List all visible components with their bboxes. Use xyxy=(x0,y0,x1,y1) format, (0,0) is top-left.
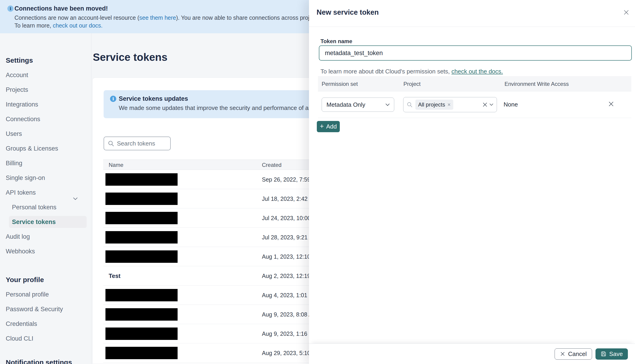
sidebar-spacer xyxy=(0,346,91,355)
sidebar-item-label: Password & Security xyxy=(6,306,63,312)
sidebar-spacer xyxy=(0,259,91,272)
sidebar-item-projects[interactable]: Projects xyxy=(0,82,91,97)
add-permission-button[interactable]: + Add xyxy=(317,121,340,132)
info-icon: i xyxy=(7,6,14,12)
sidebar-item-billing[interactable]: Billing xyxy=(0,156,91,170)
sidebar-heading-settings: Settings xyxy=(0,53,91,68)
sidebar-item-service-tokens[interactable]: Service tokens xyxy=(9,216,87,228)
search-icon xyxy=(407,102,413,108)
sidebar-item-label: Service tokens xyxy=(12,218,56,226)
redacted-token-name xyxy=(105,308,178,320)
chip-remove-icon[interactable]: × xyxy=(447,102,451,108)
info-icon: i xyxy=(110,96,116,102)
sidebar-item-label: Projects xyxy=(6,86,28,93)
sidebar-item-audit-log[interactable]: Audit log xyxy=(0,229,91,244)
chevron-down-icon xyxy=(385,103,390,106)
env-write-access-value: None xyxy=(504,101,518,108)
settings-sidebar: SettingsAccountProjectsIntegrationsConne… xyxy=(0,33,91,364)
sidebar-item-label: Audit log xyxy=(6,233,30,240)
updates-title: Service tokens updates xyxy=(119,95,188,102)
close-icon[interactable] xyxy=(622,9,630,16)
redacted-token-name xyxy=(105,347,178,359)
app-window: i Connections have been moved! Connectio… xyxy=(0,0,635,364)
sidebar-item-connections[interactable]: Connections xyxy=(0,112,91,126)
see-them-here-link[interactable]: see them here xyxy=(139,14,176,21)
page-title: Service tokens xyxy=(93,51,167,63)
sidebar-item-label: Integrations xyxy=(6,101,38,108)
sidebar-item-label: Connections xyxy=(6,116,40,122)
permission-set-value: Metadata Only xyxy=(327,101,385,108)
search-tokens-box xyxy=(104,136,171,150)
sidebar-item-groups-licenses[interactable]: Groups & Licenses xyxy=(0,141,91,156)
token-name-cell: Test xyxy=(109,272,121,280)
plus-icon: + xyxy=(320,123,324,130)
panel-header: New service token xyxy=(309,0,635,27)
new-service-token-panel: New service token Token name To learn mo… xyxy=(309,0,635,364)
close-icon xyxy=(560,351,565,357)
created-column-header: Created xyxy=(262,160,281,170)
check-our-docs-link[interactable]: check out our docs. xyxy=(53,22,103,29)
sidebar-item-label: Webhooks xyxy=(6,248,35,255)
panel-title: New service token xyxy=(316,8,379,16)
permissions-table-header: Permission set Project Environment Write… xyxy=(318,76,631,91)
search-icon xyxy=(108,140,114,147)
sidebar-item-label: Users xyxy=(6,130,22,137)
banner-text: Connections are now an account-level res… xyxy=(15,14,139,21)
search-input[interactable] xyxy=(117,140,165,147)
clear-selection-icon[interactable] xyxy=(482,102,488,108)
sidebar-item-label: Single sign-on xyxy=(6,174,45,181)
banner-text: To learn more, xyxy=(15,22,53,29)
sidebar-item-label: Account xyxy=(6,72,28,78)
sidebar-item-cloud-cli[interactable]: Cloud CLI xyxy=(0,331,91,346)
token-name-label: Token name xyxy=(321,38,352,44)
save-label: Save xyxy=(609,350,623,358)
permission-docs-line: To learn more about dbt Cloud's permissi… xyxy=(321,68,503,75)
sidebar-item-label: Billing xyxy=(6,160,22,166)
permission-set-select[interactable]: Metadata Only xyxy=(322,98,394,112)
redacted-token-name xyxy=(105,173,178,186)
cancel-button[interactable]: Cancel xyxy=(555,348,592,360)
redacted-token-name xyxy=(105,289,178,301)
banner-title: Connections have been moved! xyxy=(15,5,108,12)
sidebar-item-personal-tokens[interactable]: Personal tokens xyxy=(0,200,91,214)
chevron-down-icon[interactable] xyxy=(489,103,493,106)
sidebar-item-label: Groups & Licenses xyxy=(6,145,58,152)
sidebar-item-label: Credentials xyxy=(6,320,37,327)
chip-label: All projects xyxy=(418,102,445,108)
project-multiselect[interactable]: All projects × xyxy=(403,97,497,112)
sidebar-item-single-sign-on[interactable]: Single sign-on xyxy=(0,170,91,185)
save-icon xyxy=(600,351,606,357)
sidebar-item-credentials[interactable]: Credentials xyxy=(0,316,91,331)
redacted-token-name xyxy=(105,212,178,224)
sidebar-item-label: Personal tokens xyxy=(12,204,57,211)
redacted-token-name xyxy=(105,328,178,340)
docs-text: To learn more about dbt Cloud's permissi… xyxy=(321,68,451,75)
check-out-the-docs-link[interactable]: check out the docs. xyxy=(451,68,503,75)
sidebar-heading-notification-settings: Notification settings xyxy=(0,355,91,364)
sidebar-item-account[interactable]: Account xyxy=(0,68,91,82)
project-header: Project xyxy=(403,77,421,91)
sidebar-item-label: API tokens xyxy=(6,189,36,196)
banner-body-line2: To learn more, check out our docs. xyxy=(15,22,103,29)
sidebar-item-integrations[interactable]: Integrations xyxy=(0,97,91,112)
save-button[interactable]: Save xyxy=(595,348,628,360)
all-projects-chip[interactable]: All projects × xyxy=(415,100,453,110)
name-column-header: Name xyxy=(109,160,123,170)
sidebar-item-password-security[interactable]: Password & Security xyxy=(0,302,91,316)
panel-footer: Cancel Save xyxy=(309,344,635,364)
sidebar-item-users[interactable]: Users xyxy=(0,126,91,141)
env-write-access-header: Environment Write Access xyxy=(504,77,569,91)
token-name-input[interactable] xyxy=(319,46,632,60)
sidebar-item-personal-profile[interactable]: Personal profile xyxy=(0,287,91,302)
cancel-label: Cancel xyxy=(568,350,587,358)
sidebar-heading-your-profile: Your profile xyxy=(0,272,91,287)
permission-set-header: Permission set xyxy=(322,77,358,91)
sidebar-item-label: Personal profile xyxy=(6,291,49,298)
redacted-token-name xyxy=(105,231,178,244)
sidebar-item-webhooks[interactable]: Webhooks xyxy=(0,244,91,259)
sidebar-item-label: Cloud CLI xyxy=(6,335,33,342)
redacted-token-name xyxy=(105,250,178,263)
divider xyxy=(318,118,631,118)
sidebar-item-api-tokens[interactable]: API tokens xyxy=(0,185,91,200)
remove-permission-row-icon[interactable] xyxy=(608,100,614,108)
